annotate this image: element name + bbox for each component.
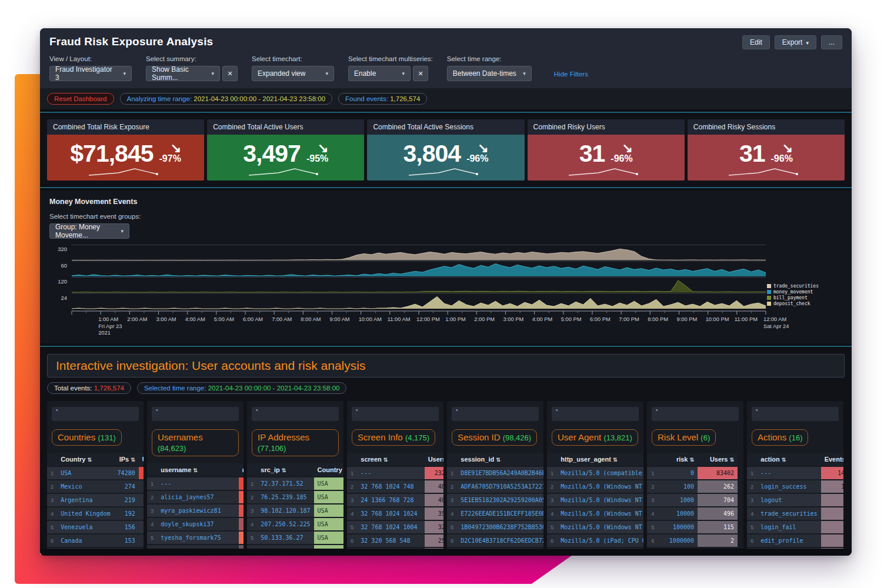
table-cell[interactable]: 4802: [425, 480, 443, 493]
more-button[interactable]: ...: [821, 35, 842, 49]
reset-dashboard-button[interactable]: Reset Dashboard: [47, 93, 114, 105]
column-header[interactable]: Users⇅: [425, 453, 443, 466]
column-header[interactable]: Country⇅: [314, 463, 343, 476]
table-cell[interactable]: Mozilla/5.0 (compatible; MSI: [557, 467, 643, 479]
table-cell[interactable]: [139, 507, 144, 520]
table-cell[interactable]: USA: [314, 491, 343, 503]
table-cell[interactable]: USA: [314, 505, 343, 517]
column-header[interactable]: action⇅: [757, 453, 820, 466]
table-cell[interactable]: login_fail: [757, 521, 820, 533]
table-cell[interactable]: 4022: [425, 494, 443, 506]
column-header[interactable]: risk⇅: [659, 453, 698, 466]
kpi-risky-users[interactable]: Combined Risky Users 31 ↘-96%: [528, 119, 685, 181]
table-cell[interactable]: 74280: [114, 467, 139, 479]
clear-multiseries-button[interactable]: ✕: [413, 66, 428, 81]
column-header[interactable]: screen⇅: [357, 453, 424, 466]
table-cell[interactable]: 1000000: [659, 534, 698, 547]
table-cell[interactable]: 100: [659, 480, 698, 493]
table-cell[interactable]: 262: [698, 480, 738, 493]
table-cell[interactable]: 123: [821, 480, 843, 493]
timechart-select[interactable]: Expanded view▾: [252, 66, 334, 81]
legend-item[interactable]: bill_payment: [767, 295, 819, 300]
table-cell[interactable]: tyesha_forsmark75: [157, 532, 238, 544]
table-cell[interactable]: 0: [659, 467, 698, 479]
table-cell[interactable]: edit_profile: [757, 534, 820, 547]
table-cell[interactable]: myra_paskiewicz81: [157, 505, 238, 517]
table-cell[interactable]: Mozilla/5.0 (Windows NT 6.1;: [557, 507, 643, 520]
table-cell[interactable]: 3228: [425, 521, 443, 533]
kpi-total-risk-exposure[interactable]: Combined Total Risk Exposure $71,845 ↘-9…: [47, 119, 204, 181]
panel-search-input[interactable]: •: [452, 407, 539, 421]
table-cell[interactable]: 2: [698, 534, 738, 547]
table-cell[interactable]: 1000: [659, 494, 698, 506]
table-cell[interactable]: Mozilla/5.0 (Windows NT 6.1;: [557, 521, 643, 533]
table-cell[interactable]: 26: [821, 507, 843, 520]
kpi-total-active-users[interactable]: Combined Total Active Users 3,497 ↘-95%: [207, 119, 364, 181]
table-cell[interactable]: 23237: [425, 467, 443, 479]
table-cell[interactable]: login_success: [757, 480, 820, 493]
table-cell[interactable]: 207.250.52.225: [257, 518, 313, 530]
panel-search-input[interactable]: •: [152, 407, 239, 421]
panel-search-input[interactable]: •: [652, 407, 739, 421]
table-cell[interactable]: 100000: [659, 521, 698, 533]
table-cell[interactable]: 32 768 1024 1004: [357, 521, 424, 533]
kpi-risky-sessions[interactable]: Combined Risky Sessions 31 ↘-96%: [688, 119, 845, 181]
table-cell[interactable]: 32 768 1024 748: [357, 480, 424, 493]
table-cell[interactable]: USA: [314, 532, 343, 544]
table-cell[interactable]: 24 1366 768 728: [357, 494, 424, 506]
table-cell[interactable]: 1466: [821, 467, 843, 479]
table-cell[interactable]: 74: [821, 494, 843, 506]
panel-search-input[interactable]: •: [552, 407, 639, 421]
panel-search-input[interactable]: •: [252, 407, 339, 421]
table-cell[interactable]: Mozilla/5.0 (Windows NT 6.1;: [557, 480, 643, 493]
table-cell[interactable]: [239, 477, 243, 490]
table-cell[interactable]: 83402: [698, 467, 738, 479]
time-range-select[interactable]: Between Date-times▾: [447, 66, 532, 81]
table-cell[interactable]: 156: [114, 521, 139, 533]
table-cell[interactable]: [139, 521, 144, 533]
table-cell[interactable]: Argentina: [57, 494, 114, 506]
table-cell[interactable]: 115: [698, 521, 738, 533]
column-header[interactable]: http_user_agent⇅: [557, 453, 643, 466]
table-cell[interactable]: 219: [114, 494, 139, 506]
table-cell[interactable]: [139, 534, 144, 547]
view-layout-select[interactable]: Fraud Investigator 3▾: [49, 66, 132, 81]
table-cell[interactable]: [139, 467, 144, 479]
table-cell[interactable]: ---: [157, 477, 238, 490]
kpi-total-active-sessions[interactable]: Combined Total Active Sessions 3,804 ↘-9…: [367, 119, 524, 181]
table-cell[interactable]: 32 320 568 548: [357, 534, 424, 547]
event-group-select[interactable]: Group: Money Moveme...▾: [49, 223, 129, 239]
table-cell[interactable]: Venezuela: [57, 521, 114, 533]
column-header[interactable]: Users⇅: [139, 453, 144, 466]
panel-search-input[interactable]: •: [52, 407, 139, 421]
table-cell[interactable]: USA: [57, 467, 114, 479]
column-header[interactable]: session_id⇅: [457, 453, 543, 466]
table-cell[interactable]: ---: [357, 467, 424, 479]
table-cell[interactable]: D2C10E4B3718CF62D6EDCB723D75: [457, 534, 543, 547]
table-cell[interactable]: 10000: [659, 507, 698, 520]
summary-select[interactable]: Show Basic Summ...▾: [146, 66, 220, 81]
table-cell[interactable]: 2509: [425, 534, 443, 547]
column-header[interactable]: src_ip⇅: [257, 463, 313, 476]
table-cell[interactable]: 1B04972300B6238F752B853CFD62: [457, 521, 543, 533]
table-cell[interactable]: [239, 505, 243, 517]
table-cell[interactable]: Mozilla/5.0 (Windows NT 6.1;: [557, 494, 643, 506]
table-cell[interactable]: United Kingdom: [57, 507, 114, 520]
legend-item[interactable]: trade_securities: [767, 283, 819, 289]
table-cell[interactable]: 98.102.120.187: [257, 505, 313, 517]
table-cell[interactable]: 274: [114, 480, 139, 493]
table-cell[interactable]: [239, 518, 243, 530]
column-header[interactable]: Country⇅: [57, 453, 114, 466]
clear-summary-button[interactable]: ✕: [222, 66, 238, 81]
panel-search-input[interactable]: •: [352, 407, 439, 421]
table-cell[interactable]: [239, 491, 243, 503]
table-cell[interactable]: doyle_skupski37: [157, 518, 238, 530]
table-cell[interactable]: USA: [314, 477, 343, 490]
table-cell[interactable]: Canada: [57, 534, 114, 547]
table-cell[interactable]: 72.37.171.52: [257, 477, 313, 490]
export-button[interactable]: Export▾: [775, 35, 816, 49]
table-cell[interactable]: Mexico: [57, 480, 114, 493]
table-cell[interactable]: logout: [757, 494, 820, 506]
column-header[interactable]: IPs⇅: [114, 453, 139, 466]
edit-button[interactable]: Edit: [742, 35, 770, 49]
